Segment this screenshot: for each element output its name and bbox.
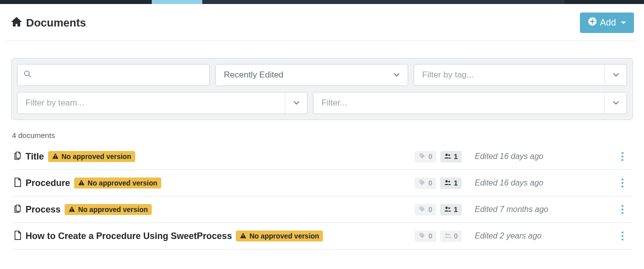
add-button[interactable]: Add — [580, 12, 634, 33]
warning-icon — [78, 179, 85, 187]
warning-icon — [240, 232, 246, 240]
team-filter[interactable]: Filter by team... — [17, 92, 307, 114]
kebab-menu-icon[interactable] — [618, 150, 626, 163]
filters-panel: Recently Edited Filter by tag... Filter … — [11, 58, 633, 120]
users-icon — [444, 152, 451, 161]
document-title[interactable]: Title — [26, 152, 44, 162]
no-approved-version-badge: No approved version — [48, 151, 135, 162]
tag-count-pill[interactable]: 0 — [415, 151, 436, 162]
document-title[interactable]: Process — [26, 204, 61, 215]
svg-rect-2 — [590, 21, 594, 22]
add-button-label: Add — [600, 18, 616, 28]
users-icon — [444, 232, 451, 240]
warning-label: No approved version — [88, 179, 157, 187]
generic-filter[interactable]: Filter... — [313, 92, 627, 114]
file-stack-icon — [14, 204, 22, 216]
warning-icon — [52, 152, 59, 160]
row-actions — [615, 203, 630, 216]
document-list: TitleNo approved version01Edited 16 days… — [6, 144, 638, 250]
document-meta: 00 — [415, 230, 475, 242]
row-actions — [615, 176, 630, 190]
team-count: 1 — [454, 152, 458, 160]
search-icon — [18, 70, 38, 80]
home-icon — [11, 17, 22, 29]
file-icon — [14, 178, 22, 189]
warning-label: No approved version — [78, 206, 148, 214]
kebab-menu-icon[interactable] — [618, 230, 626, 242]
row-actions — [615, 150, 630, 163]
document-name-cell: How to Create a Procedure Using SweetPro… — [14, 230, 415, 242]
warning-label: No approved version — [62, 152, 131, 160]
document-meta: 01 — [415, 178, 475, 189]
team-filter-placeholder: Filter by team... — [18, 98, 285, 108]
document-title[interactable]: Procedure — [26, 178, 70, 188]
team-count: 0 — [454, 232, 458, 240]
file-stack-icon — [14, 151, 22, 162]
search-field[interactable] — [17, 64, 210, 86]
edited-timestamp: Edited 16 days ago — [475, 152, 615, 161]
document-row[interactable]: ProcessNo approved version01Edited 7 mon… — [12, 196, 632, 223]
file-icon — [14, 230, 22, 242]
page-title: Documents — [26, 16, 86, 30]
svg-line-4 — [29, 75, 31, 78]
team-count-pill[interactable]: 1 — [440, 204, 462, 216]
tag-count-pill[interactable]: 0 — [415, 204, 436, 216]
sort-chevron[interactable] — [386, 64, 408, 86]
kebab-menu-icon[interactable] — [618, 176, 626, 190]
sort-select-value: Recently Edited — [216, 70, 386, 80]
kebab-menu-icon[interactable] — [618, 203, 626, 216]
tag-chevron[interactable] — [604, 64, 626, 86]
document-name-cell: ProcedureNo approved version — [14, 178, 415, 189]
document-title[interactable]: How to Create a Procedure Using SweetPro… — [26, 231, 232, 242]
tag-filter[interactable]: Filter by tag... — [414, 64, 627, 86]
team-chevron[interactable] — [285, 92, 307, 114]
generic-chevron[interactable] — [604, 92, 626, 114]
document-row[interactable]: ProcedureNo approved version01Edited 16 … — [12, 170, 632, 196]
team-count-pill[interactable]: 1 — [440, 151, 462, 162]
no-approved-version-badge: No approved version — [236, 230, 323, 242]
no-approved-version-badge: No approved version — [65, 204, 152, 215]
users-icon — [444, 179, 451, 188]
team-count: 1 — [454, 179, 458, 187]
document-name-cell: TitleNo approved version — [14, 151, 415, 162]
search-input[interactable] — [38, 70, 209, 80]
edited-timestamp: Edited 2 years ago — [475, 232, 615, 240]
sort-select[interactable]: Recently Edited — [215, 64, 408, 86]
users-icon — [444, 206, 451, 214]
document-row[interactable]: TitleNo approved version01Edited 16 days… — [12, 144, 632, 170]
tag-icon — [419, 179, 426, 188]
header-divider — [6, 39, 638, 41]
top-nav-bar — [0, 0, 644, 4]
top-nav-dark-right — [564, 0, 644, 4]
tag-count: 0 — [428, 232, 432, 240]
tag-count: 0 — [428, 179, 432, 187]
document-meta: 01 — [415, 204, 475, 216]
team-count-pill[interactable]: 0 — [440, 230, 462, 242]
tag-icon — [419, 152, 426, 161]
document-meta: 01 — [415, 151, 475, 162]
tag-count-pill[interactable]: 0 — [415, 230, 436, 242]
page-header: Documents Add — [6, 4, 638, 39]
team-count: 1 — [454, 206, 458, 214]
tag-count: 0 — [428, 152, 432, 160]
tag-count-pill[interactable]: 0 — [415, 178, 436, 189]
document-name-cell: ProcessNo approved version — [14, 204, 415, 216]
team-count-pill[interactable]: 1 — [440, 178, 462, 189]
top-nav-dark-left — [0, 0, 152, 4]
svg-point-3 — [25, 71, 29, 76]
tag-count: 0 — [428, 206, 432, 214]
tag-icon — [419, 232, 426, 240]
warning-icon — [69, 206, 75, 214]
edited-timestamp: Edited 7 months ago — [475, 205, 615, 214]
tag-filter-placeholder: Filter by tag... — [414, 70, 604, 80]
document-row[interactable]: How to Create a Procedure Using SweetPro… — [12, 223, 632, 250]
caret-down-icon — [621, 22, 626, 24]
tag-icon — [419, 206, 426, 214]
row-actions — [615, 230, 630, 242]
no-approved-version-badge: No approved version — [74, 178, 161, 188]
edited-timestamp: Edited 16 days ago — [475, 178, 615, 188]
plus-circle-icon — [588, 17, 597, 28]
generic-filter-placeholder: Filter... — [313, 98, 604, 108]
warning-label: No approved version — [249, 232, 319, 240]
document-count: 4 documents — [6, 120, 638, 144]
